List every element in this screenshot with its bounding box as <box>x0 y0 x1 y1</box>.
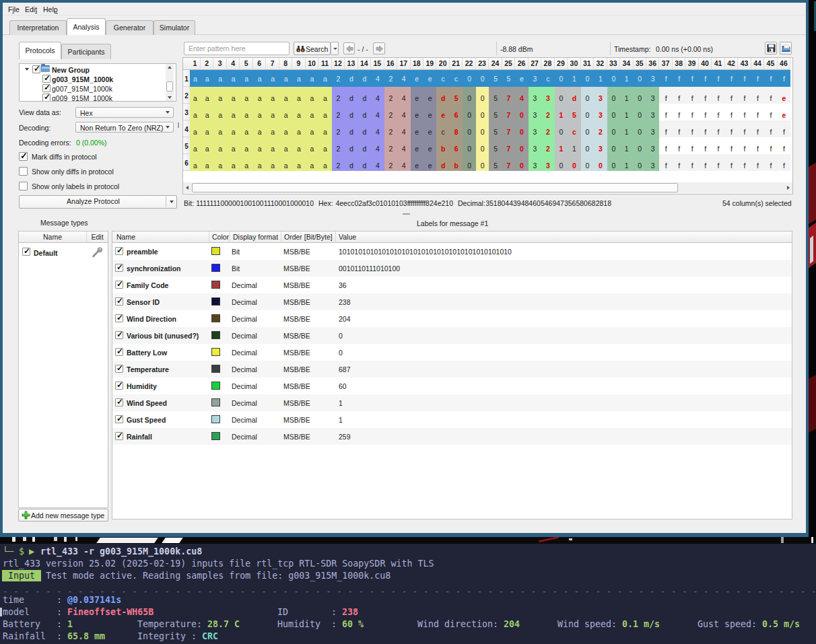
hex-cell[interactable]: d <box>345 70 358 87</box>
hex-cell[interactable]: a <box>292 154 305 171</box>
label-name[interactable]: Various bit (unused?) <box>127 332 199 340</box>
hex-cell[interactable]: a <box>201 70 213 87</box>
hex-cell[interactable]: 3 <box>594 137 607 154</box>
label-value[interactable]: 0010110111010100 <box>339 264 400 273</box>
label-value[interactable]: 687 <box>339 365 351 373</box>
hex-cell[interactable]: 2 <box>541 120 554 137</box>
hex-cell[interactable]: 0 <box>581 87 594 104</box>
hex-cell[interactable]: 2 <box>332 137 345 154</box>
add-message-type-button[interactable]: Add new message type <box>18 509 108 522</box>
hex-cell[interactable]: b <box>450 154 463 171</box>
hex-cell[interactable]: 0 <box>581 104 594 120</box>
hex-cell[interactable]: 0 <box>607 137 620 154</box>
label-color-swatch[interactable] <box>211 314 220 322</box>
hex-column-header[interactable]: 44 <box>751 58 764 70</box>
hex-cell[interactable]: 3 <box>646 154 659 171</box>
hex-cell[interactable]: a <box>253 70 266 87</box>
hex-cell[interactable]: f <box>712 87 724 104</box>
hex-column-header[interactable]: 26 <box>515 58 528 70</box>
decimal-value[interactable]: 35180443948460546947356580682818 <box>486 199 611 208</box>
hex-cell[interactable]: 3 <box>594 87 607 104</box>
hex-cell[interactable]: d <box>345 120 358 137</box>
label-name[interactable]: Temperature <box>127 365 169 373</box>
label-name[interactable]: Battery Low <box>127 349 167 357</box>
hex-cell[interactable]: 1 <box>620 104 633 120</box>
tree-group-checkbox[interactable]: ✓ <box>32 65 40 73</box>
hex-cell[interactable]: e <box>436 104 449 120</box>
hex-cell[interactable]: 6 <box>450 104 463 120</box>
hex-cell[interactable]: 4 <box>397 104 410 120</box>
search-button[interactable]: Search <box>294 42 331 55</box>
tab-protocols[interactable]: Protocols <box>19 42 61 59</box>
hex-column-header[interactable]: 15 <box>371 58 384 70</box>
label-name[interactable]: Wind Speed <box>127 399 167 407</box>
hex-cell[interactable]: 2 <box>384 137 397 154</box>
hex-column-header[interactable]: 13 <box>345 58 358 70</box>
hex-column-header[interactable]: 18 <box>411 58 423 70</box>
hex-cell[interactable]: 0 <box>581 120 594 137</box>
hex-cell[interactable]: a <box>306 154 318 171</box>
hex-cell[interactable]: e <box>411 137 423 154</box>
label-order[interactable]: MSB/BE <box>283 349 310 357</box>
hex-cell[interactable]: d <box>358 104 371 120</box>
tab-analysis[interactable]: Analysis <box>67 18 106 35</box>
label-color-swatch[interactable] <box>211 415 220 423</box>
hex-cell[interactable]: 0 <box>463 154 475 171</box>
label-display-format[interactable]: Decimal <box>232 281 257 289</box>
hex-cell[interactable]: f <box>751 137 764 154</box>
label-color-swatch[interactable] <box>211 281 220 289</box>
hex-cell[interactable]: 0 <box>476 137 489 154</box>
hex-cell[interactable]: 4 <box>397 137 410 154</box>
label-checkbox[interactable]: ✓ <box>115 382 123 390</box>
label-display-format[interactable]: Decimal <box>232 298 257 306</box>
hex-cell[interactable]: 2 <box>384 70 397 87</box>
hex-cell[interactable]: a <box>318 70 331 87</box>
label-checkbox[interactable]: ✓ <box>115 348 123 356</box>
bit-value[interactable]: 1111111000001001001110001000010 <box>197 199 314 208</box>
label-checkbox[interactable]: ✓ <box>115 398 123 406</box>
label-checkbox[interactable]: ✓ <box>115 264 123 272</box>
hex-cell[interactable]: f <box>738 104 751 120</box>
tree-scroll-up-button[interactable] <box>166 64 174 71</box>
tree-scrollbar[interactable] <box>166 64 174 101</box>
label-color-swatch[interactable] <box>211 264 220 272</box>
hex-cell[interactable]: 0 <box>607 87 620 104</box>
menu-file[interactable]: File <box>8 5 20 14</box>
hex-cell[interactable]: a <box>279 137 292 154</box>
hex-cell[interactable]: 4 <box>515 87 528 104</box>
hex-column-header[interactable]: 7 <box>266 58 279 70</box>
hex-cell[interactable]: f <box>659 154 672 171</box>
hex-column-header[interactable]: 12 <box>332 58 345 70</box>
hex-cell[interactable]: 5 <box>489 87 502 104</box>
hex-cell[interactable]: a <box>190 87 201 104</box>
hex-cell[interactable]: 1 <box>568 137 580 154</box>
hex-cell[interactable]: 1 <box>594 70 607 87</box>
hex-cell[interactable]: a <box>279 120 292 137</box>
hex-cell[interactable]: f <box>725 154 738 171</box>
hex-cell[interactable]: a <box>240 70 252 87</box>
hex-cell[interactable]: e <box>423 154 436 171</box>
hex-row-header[interactable]: 4 <box>183 120 190 137</box>
hex-cell[interactable]: 0 <box>476 87 489 104</box>
hex-cell[interactable]: f <box>778 120 790 137</box>
tree-item-label[interactable]: g007_915M_1000k <box>52 85 112 93</box>
hex-cell[interactable]: 4 <box>371 87 384 104</box>
hex-cell[interactable]: 4 <box>397 154 410 171</box>
label-display-format[interactable]: Decimal <box>232 365 257 373</box>
label-value[interactable]: 36 <box>339 281 347 289</box>
hex-cell[interactable]: 0 <box>515 120 528 137</box>
hex-cell[interactable]: e <box>423 70 436 87</box>
tree-item-checkbox[interactable]: ✓ <box>42 75 50 83</box>
hex-cell[interactable]: 0 <box>463 70 475 87</box>
hex-cell[interactable]: f <box>712 154 724 171</box>
hex-cell[interactable]: 0 <box>634 154 646 171</box>
hex-cell[interactable]: 4 <box>371 70 384 87</box>
hex-cell[interactable]: f <box>659 120 672 137</box>
hex-cell[interactable]: f <box>685 120 698 137</box>
hex-cell[interactable]: f <box>764 154 777 171</box>
terminal[interactable]: └─ $ ▶ rtl_433 -r g003_915M_1000k.cu8 rt… <box>0 544 816 644</box>
splitter-handle-horizontal[interactable] <box>403 213 410 215</box>
hex-cell[interactable]: e <box>778 104 790 120</box>
label-color-swatch[interactable] <box>211 297 220 306</box>
label-color-swatch[interactable] <box>211 382 220 390</box>
